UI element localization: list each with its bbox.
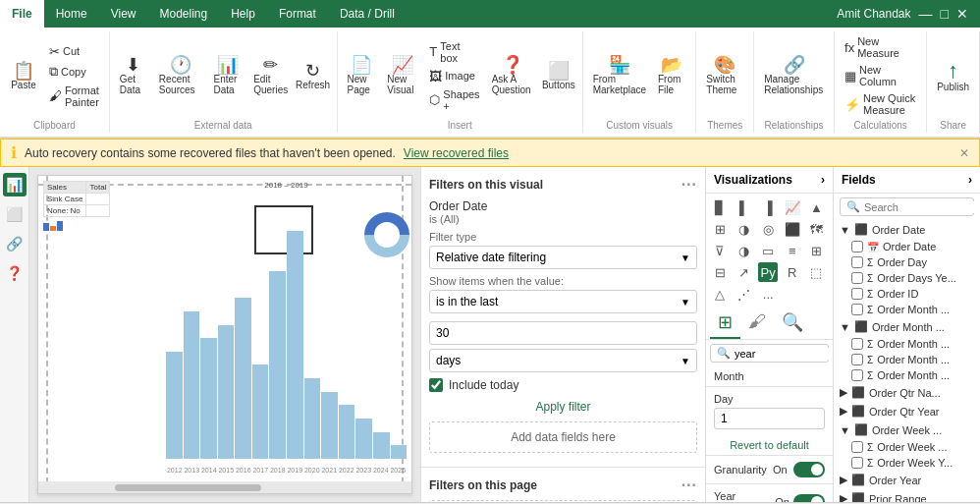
textbox-button[interactable]: T Text box <box>425 38 483 66</box>
close-icon[interactable]: ✕ <box>956 6 968 22</box>
revert-button[interactable]: Revert to default <box>706 435 833 455</box>
publish-button[interactable]: ↑ Publish <box>933 50 973 101</box>
field-group-prior-range-header[interactable]: ▶ ⬛ Prior Range <box>834 489 980 502</box>
period-select[interactable]: days ▼ <box>429 349 697 372</box>
viz-collapse-icon[interactable]: › <box>821 173 825 187</box>
field-order-days-ye-checkbox[interactable] <box>851 272 863 284</box>
tab-file[interactable]: File <box>0 0 44 28</box>
field-order-week-y-checkbox[interactable] <box>851 457 863 469</box>
enter-data-button[interactable]: 📊 Enter Data <box>210 54 246 97</box>
view-recovered-link[interactable]: View recovered files <box>404 146 509 160</box>
viz-decomp[interactable]: ⋰ <box>735 284 754 304</box>
tab-format[interactable]: Format <box>267 0 328 28</box>
field-order-week-1-checkbox[interactable] <box>851 441 863 453</box>
recent-sources-button[interactable]: 🕐 Recent Sources <box>155 54 206 97</box>
viz-gauge[interactable]: ◑ <box>735 241 754 260</box>
viz-treemap[interactable]: ⬛ <box>783 219 802 239</box>
left-icon-model[interactable]: 🔗 <box>3 232 27 255</box>
buttons-button[interactable]: ⬜ Buttons <box>541 60 576 92</box>
left-icon-report[interactable]: 📊 <box>3 173 27 196</box>
edit-queries-button[interactable]: ✏ Edit Queries <box>250 54 292 97</box>
from-file-button[interactable]: 📂 From File <box>654 54 689 97</box>
viz-pie[interactable]: ◑ <box>735 219 754 239</box>
viz-table[interactable]: ⊞ <box>806 241 826 260</box>
condition-select[interactable]: is in the last ▼ <box>429 290 697 313</box>
visual-filter-menu[interactable]: ⋯ <box>681 175 697 194</box>
left-icon-questions[interactable]: ❓ <box>3 261 27 285</box>
viz-bar-chart[interactable]: ▊ <box>710 197 730 217</box>
field-order-month-c[interactable]: Σ Order Month ... <box>834 367 980 383</box>
viz-tab-format[interactable]: 🖌 <box>740 308 774 339</box>
page-add-data-button[interactable]: Add data fields here <box>429 500 697 502</box>
field-order-month-a[interactable]: Σ Order Month ... <box>834 336 980 352</box>
field-order-month-a-checkbox[interactable] <box>851 338 863 350</box>
field-order-week-1[interactable]: Σ Order Week ... <box>834 439 980 455</box>
viz-area-chart[interactable]: ▲ <box>806 197 826 217</box>
field-order-month-b[interactable]: Σ Order Month ... <box>834 352 980 367</box>
viz-matrix[interactable]: ⊟ <box>710 262 730 282</box>
viz-tab-analytics[interactable]: 🔍 <box>774 308 811 339</box>
new-quick-measure-button[interactable]: ⚡ New Quick Measure <box>841 90 920 118</box>
viz-tab-fields[interactable]: ⊞ <box>710 308 740 339</box>
switch-theme-button[interactable]: 🎨 Switch Theme <box>702 54 747 97</box>
apply-filter-button[interactable]: Apply filter <box>429 398 697 416</box>
filter-value-input[interactable]: 30 <box>429 321 697 345</box>
format-painter-button[interactable]: 🖌 Format Painter <box>45 83 103 110</box>
tab-data-drill[interactable]: Data / Drill <box>328 0 407 28</box>
canvas-scrollbar[interactable] <box>38 481 411 493</box>
fields-collapse-icon[interactable]: › <box>968 173 972 187</box>
tab-home[interactable]: Home <box>44 0 99 28</box>
granularity-toggle[interactable] <box>793 462 825 477</box>
viz-filled-map[interactable]: ⬚ <box>806 262 826 282</box>
new-page-button[interactable]: 📄 New Page <box>344 54 380 97</box>
shapes-button[interactable]: ⬡ Shapes + <box>425 86 483 114</box>
fields-search-input[interactable] <box>864 201 980 213</box>
field-order-date-checkbox[interactable] <box>851 241 863 252</box>
new-measure-button[interactable]: fx New Measure <box>841 33 920 61</box>
viz-waterfall[interactable]: Py <box>758 262 778 282</box>
field-order-day[interactable]: Σ Order Day <box>834 254 980 270</box>
maximize-icon[interactable]: □ <box>941 6 949 22</box>
field-group-order-week-header[interactable]: ▼ ⬛ Order Week ... <box>834 420 980 439</box>
page-filter-menu[interactable]: ⋯ <box>681 476 697 494</box>
field-group-order-date-header[interactable]: ▼ ⬛ Order Date <box>834 220 980 239</box>
field-order-id-checkbox[interactable] <box>851 288 863 300</box>
viz-shape-map[interactable]: △ <box>710 284 730 304</box>
viz-line-chart[interactable]: 📈 <box>783 197 802 217</box>
get-data-button[interactable]: ⬇ Get Data <box>116 54 151 97</box>
image-button[interactable]: 🖼 Image <box>425 67 483 85</box>
year-visibility-toggle[interactable] <box>793 494 825 502</box>
field-group-order-qtr-header[interactable]: ▶ ⬛ Order Qtr Na... <box>834 383 980 402</box>
field-order-id[interactable]: Σ Order ID <box>834 286 980 302</box>
field-order-month-1[interactable]: Σ Order Month ... <box>834 302 980 317</box>
include-today-checkbox[interactable] <box>429 378 443 392</box>
viz-card[interactable]: ▭ <box>758 241 778 260</box>
viz-kpi[interactable]: ↗ <box>735 262 754 282</box>
manage-relationships-button[interactable]: 🔗 Manage Relationships <box>760 54 828 97</box>
tab-view[interactable]: View <box>99 0 148 28</box>
canvas-scroll-thumb[interactable] <box>115 484 261 491</box>
cut-button[interactable]: ✂ Cut <box>45 42 103 61</box>
new-visual-button[interactable]: 📈 New Visual <box>383 54 421 97</box>
viz-multi-row[interactable]: ≡ <box>783 241 802 260</box>
canvas-chart-area[interactable]: 2018 – 2019 <box>166 181 407 474</box>
field-group-order-month-header[interactable]: ▼ ⬛ Order Month ... <box>834 317 980 336</box>
tab-modeling[interactable]: Modeling <box>147 0 219 28</box>
ask-question-button[interactable]: ❓ Ask A Question <box>488 54 537 97</box>
viz-scatter[interactable]: ⊞ <box>710 219 730 239</box>
refresh-button[interactable]: ↻ Refresh <box>296 60 331 92</box>
viz-stacked-bar[interactable]: ▌ <box>735 197 754 217</box>
viz-search-input[interactable] <box>735 348 833 360</box>
field-order-month-1-checkbox[interactable] <box>851 304 863 315</box>
day-input[interactable] <box>714 408 825 429</box>
tab-help[interactable]: Help <box>219 0 267 28</box>
copy-button[interactable]: ⧉ Copy <box>45 62 103 82</box>
viz-funnel[interactable]: ⊽ <box>710 241 730 260</box>
info-bar-close[interactable]: ✕ <box>959 146 969 160</box>
filter-type-select[interactable]: Relative date filtering ▼ <box>429 246 697 269</box>
from-marketplace-button[interactable]: 🏪 From Marketplace <box>589 54 650 97</box>
field-group-order-year-header[interactable]: ▶ ⬛ Order Year <box>834 471 980 489</box>
viz-qna[interactable]: ... <box>758 284 778 304</box>
field-group-order-qtr-year-header[interactable]: ▶ ⬛ Order Qtr Year <box>834 402 980 420</box>
viz-donut[interactable]: ◎ <box>758 219 778 239</box>
